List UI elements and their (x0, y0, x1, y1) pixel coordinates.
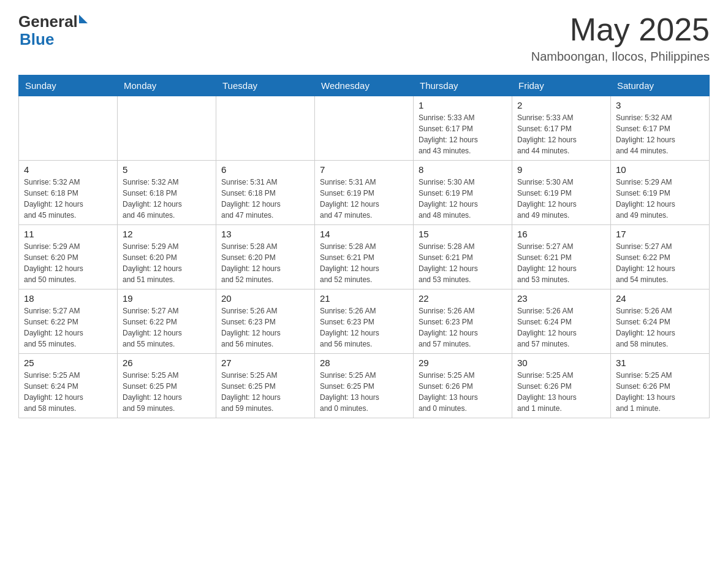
calendar-cell: 17Sunrise: 5:27 AM Sunset: 6:22 PM Dayli… (611, 225, 710, 289)
day-number: 4 (24, 164, 112, 175)
calendar-cell: 11Sunrise: 5:29 AM Sunset: 6:20 PM Dayli… (19, 225, 118, 289)
calendar-cell: 2Sunrise: 5:33 AM Sunset: 6:17 PM Daylig… (512, 96, 611, 161)
day-info: Sunrise: 5:31 AM Sunset: 6:18 PM Dayligh… (221, 177, 309, 221)
day-info: Sunrise: 5:29 AM Sunset: 6:20 PM Dayligh… (24, 241, 112, 285)
logo-blue: Blue (20, 31, 54, 47)
day-info: Sunrise: 5:28 AM Sunset: 6:21 PM Dayligh… (320, 241, 408, 285)
day-number: 16 (517, 229, 605, 239)
page-header: General Blue May 2025 Namboongan, Ilocos… (18, 12, 710, 64)
day-number: 12 (123, 229, 211, 239)
day-info: Sunrise: 5:27 AM Sunset: 6:22 PM Dayligh… (616, 241, 704, 285)
day-number: 3 (616, 100, 704, 110)
calendar-cell: 18Sunrise: 5:27 AM Sunset: 6:22 PM Dayli… (19, 289, 118, 354)
day-number: 11 (24, 229, 112, 239)
calendar-cell (118, 96, 216, 161)
day-info: Sunrise: 5:25 AM Sunset: 6:26 PM Dayligh… (616, 370, 704, 414)
title-section: May 2025 Namboongan, Ilocos, Philippines (531, 12, 710, 64)
day-number: 19 (123, 293, 211, 304)
day-info: Sunrise: 5:26 AM Sunset: 6:24 PM Dayligh… (517, 305, 605, 350)
calendar-week-2: 4Sunrise: 5:32 AM Sunset: 6:18 PM Daylig… (19, 161, 710, 225)
day-info: Sunrise: 5:31 AM Sunset: 6:19 PM Dayligh… (320, 177, 408, 221)
calendar-cell: 9Sunrise: 5:30 AM Sunset: 6:19 PM Daylig… (512, 161, 611, 225)
day-number: 6 (221, 164, 309, 175)
calendar-cell: 30Sunrise: 5:25 AM Sunset: 6:26 PM Dayli… (512, 354, 611, 418)
day-number: 26 (123, 358, 211, 368)
day-number: 25 (24, 358, 112, 368)
calendar-cell: 14Sunrise: 5:28 AM Sunset: 6:21 PM Dayli… (315, 225, 414, 289)
day-of-week-sunday: Sunday (19, 75, 118, 96)
day-info: Sunrise: 5:27 AM Sunset: 6:22 PM Dayligh… (24, 305, 112, 350)
day-info: Sunrise: 5:25 AM Sunset: 6:25 PM Dayligh… (123, 370, 211, 414)
calendar-cell: 26Sunrise: 5:25 AM Sunset: 6:25 PM Dayli… (118, 354, 216, 418)
day-of-week-friday: Friday (512, 75, 611, 96)
day-info: Sunrise: 5:28 AM Sunset: 6:20 PM Dayligh… (221, 241, 309, 285)
calendar-week-4: 18Sunrise: 5:27 AM Sunset: 6:22 PM Dayli… (19, 289, 710, 354)
calendar-cell: 16Sunrise: 5:27 AM Sunset: 6:21 PM Dayli… (512, 225, 611, 289)
day-number: 27 (221, 358, 309, 368)
calendar-body: 1Sunrise: 5:33 AM Sunset: 6:17 PM Daylig… (19, 96, 710, 418)
calendar-cell: 21Sunrise: 5:26 AM Sunset: 6:23 PM Dayli… (315, 289, 414, 354)
day-number: 5 (123, 164, 211, 175)
day-number: 13 (221, 229, 309, 239)
calendar-table: SundayMondayTuesdayWednesdayThursdayFrid… (18, 75, 710, 418)
calendar-cell: 5Sunrise: 5:32 AM Sunset: 6:18 PM Daylig… (118, 161, 216, 225)
day-number: 20 (221, 293, 309, 304)
calendar-cell: 12Sunrise: 5:29 AM Sunset: 6:20 PM Dayli… (118, 225, 216, 289)
day-number: 22 (419, 293, 507, 304)
calendar-cell: 4Sunrise: 5:32 AM Sunset: 6:18 PM Daylig… (19, 161, 118, 225)
day-number: 17 (616, 229, 704, 239)
calendar-cell: 20Sunrise: 5:26 AM Sunset: 6:23 PM Dayli… (216, 289, 315, 354)
calendar-cell (315, 96, 414, 161)
day-info: Sunrise: 5:26 AM Sunset: 6:24 PM Dayligh… (616, 305, 704, 350)
day-number: 24 (616, 293, 704, 304)
calendar-header: SundayMondayTuesdayWednesdayThursdayFrid… (19, 75, 710, 96)
day-number: 10 (616, 164, 704, 175)
day-number: 8 (419, 164, 507, 175)
day-info: Sunrise: 5:29 AM Sunset: 6:19 PM Dayligh… (616, 177, 704, 221)
day-number: 21 (320, 293, 408, 304)
calendar-week-5: 25Sunrise: 5:25 AM Sunset: 6:24 PM Dayli… (19, 354, 710, 418)
calendar-cell: 1Sunrise: 5:33 AM Sunset: 6:17 PM Daylig… (414, 96, 512, 161)
day-info: Sunrise: 5:25 AM Sunset: 6:25 PM Dayligh… (221, 370, 309, 414)
day-number: 18 (24, 293, 112, 304)
day-number: 31 (616, 358, 704, 368)
day-info: Sunrise: 5:28 AM Sunset: 6:21 PM Dayligh… (419, 241, 507, 285)
day-info: Sunrise: 5:30 AM Sunset: 6:19 PM Dayligh… (419, 177, 507, 221)
day-number: 14 (320, 229, 408, 239)
calendar-cell (216, 96, 315, 161)
calendar-cell (19, 96, 118, 161)
calendar-cell: 31Sunrise: 5:25 AM Sunset: 6:26 PM Dayli… (611, 354, 710, 418)
calendar-cell: 3Sunrise: 5:32 AM Sunset: 6:17 PM Daylig… (611, 96, 710, 161)
calendar-cell: 19Sunrise: 5:27 AM Sunset: 6:22 PM Dayli… (118, 289, 216, 354)
calendar-cell: 7Sunrise: 5:31 AM Sunset: 6:19 PM Daylig… (315, 161, 414, 225)
day-number: 9 (517, 164, 605, 175)
day-info: Sunrise: 5:26 AM Sunset: 6:23 PM Dayligh… (221, 305, 309, 350)
day-number: 28 (320, 358, 408, 368)
calendar-cell: 28Sunrise: 5:25 AM Sunset: 6:25 PM Dayli… (315, 354, 414, 418)
day-info: Sunrise: 5:26 AM Sunset: 6:23 PM Dayligh… (320, 305, 408, 350)
day-info: Sunrise: 5:33 AM Sunset: 6:17 PM Dayligh… (419, 112, 507, 156)
day-info: Sunrise: 5:32 AM Sunset: 6:17 PM Dayligh… (616, 112, 704, 156)
day-number: 7 (320, 164, 408, 175)
day-info: Sunrise: 5:33 AM Sunset: 6:17 PM Dayligh… (517, 112, 605, 156)
day-of-week-thursday: Thursday (414, 75, 512, 96)
day-number: 23 (517, 293, 605, 304)
logo-general: General (18, 12, 78, 31)
calendar-cell: 8Sunrise: 5:30 AM Sunset: 6:19 PM Daylig… (414, 161, 512, 225)
day-of-week-saturday: Saturday (611, 75, 710, 96)
calendar-cell: 25Sunrise: 5:25 AM Sunset: 6:24 PM Dayli… (19, 354, 118, 418)
day-of-week-monday: Monday (118, 75, 216, 96)
day-info: Sunrise: 5:32 AM Sunset: 6:18 PM Dayligh… (123, 177, 211, 221)
day-number: 2 (517, 100, 605, 110)
calendar-cell: 15Sunrise: 5:28 AM Sunset: 6:21 PM Dayli… (414, 225, 512, 289)
calendar-cell: 27Sunrise: 5:25 AM Sunset: 6:25 PM Dayli… (216, 354, 315, 418)
days-of-week-row: SundayMondayTuesdayWednesdayThursdayFrid… (19, 75, 710, 96)
day-of-week-wednesday: Wednesday (315, 75, 414, 96)
calendar-cell: 13Sunrise: 5:28 AM Sunset: 6:20 PM Dayli… (216, 225, 315, 289)
calendar-cell: 23Sunrise: 5:26 AM Sunset: 6:24 PM Dayli… (512, 289, 611, 354)
day-info: Sunrise: 5:26 AM Sunset: 6:23 PM Dayligh… (419, 305, 507, 350)
calendar-cell: 10Sunrise: 5:29 AM Sunset: 6:19 PM Dayli… (611, 161, 710, 225)
day-info: Sunrise: 5:27 AM Sunset: 6:22 PM Dayligh… (123, 305, 211, 350)
calendar-cell: 29Sunrise: 5:25 AM Sunset: 6:26 PM Dayli… (414, 354, 512, 418)
logo: General Blue (18, 12, 88, 47)
